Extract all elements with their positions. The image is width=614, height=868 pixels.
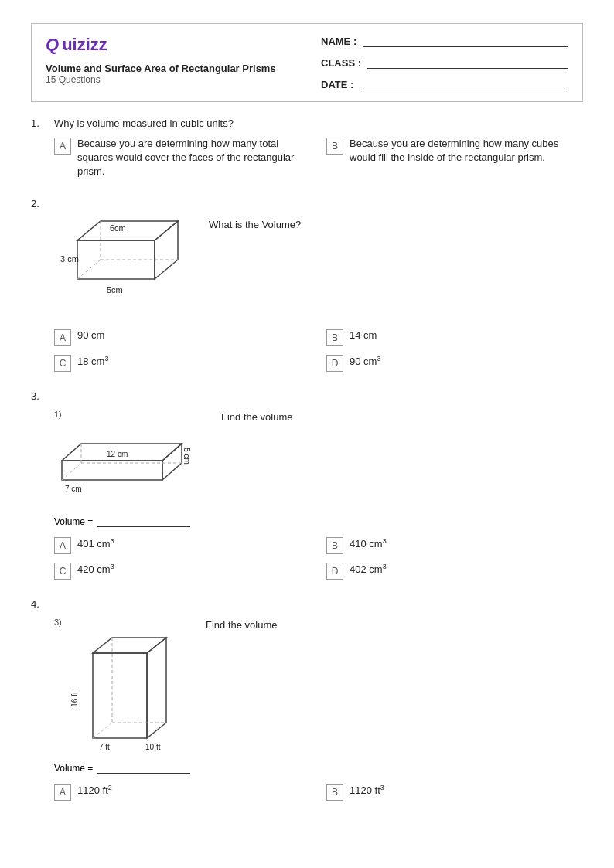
svg-text:5 cm: 5 cm [182,448,191,465]
q4-option-a: A 1120 ft2 [54,783,311,801]
q2-option-d: D 90 cm3 [326,354,583,372]
q4-instruction: Find the volume [206,618,278,631]
q3-label-b: B [326,537,343,554]
q4-image-area: 3) 16 ft 7 ft 10 ft [54,618,193,774]
q3-text-c: 420 cm3 [77,562,114,577]
svg-text:16 ft: 16 ft [70,692,79,707]
svg-text:7 cm: 7 cm [65,485,82,493]
svg-text:3 cm: 3 cm [60,254,79,264]
date-line [360,78,568,90]
q2-number: 2. [31,198,46,209]
question-2: 2. 6cm 3 cm 5c [31,198,583,372]
date-field-row: DATE : [321,78,568,90]
q2-text-d: 90 cm3 [350,354,380,369]
logo: Quizizz [46,35,276,55]
svg-text:6cm: 6cm [110,223,126,233]
q4-number: 4. [31,598,46,610]
svg-line-21 [93,723,112,738]
q3-text-b: 410 cm3 [350,536,387,552]
question-1: 1. Why is volume measured in cubic units… [31,117,583,179]
q3-option-a: A 401 cm3 [54,536,311,554]
q4-instruction-text: Find the volume [206,619,278,631]
q2-label-d: D [326,355,343,372]
q2-option-c: C 18 cm3 [54,354,311,372]
q2-text-b: 14 cm [350,328,377,342]
question-3: 3. 1) 12 cm 7 cm [31,390,583,580]
svg-marker-18 [93,653,147,738]
q3-instruction-text: Find the volume [221,411,293,423]
q3-header: 3. [31,390,583,402]
q3-label-d: D [326,563,343,580]
q3-label-c: C [54,563,71,580]
name-line [363,35,568,47]
q3-label-a: A [54,537,71,554]
svg-marker-19 [93,638,166,653]
q2-prism: 6cm 3 cm 5cm [54,217,193,321]
q3-option-b: B 410 cm3 [326,536,583,554]
q2-content: 6cm 3 cm 5cm What is the Volume? [54,217,583,321]
q4-text-a: 1120 ft2 [77,783,112,798]
q3-options: A 401 cm3 B 410 cm3 C 420 cm3 D 402 cm3 [54,536,583,580]
q2-header: 2. [31,198,583,209]
q4-label-b: B [326,784,343,801]
q1-label-b: B [326,138,343,155]
q3-image-area: 1) 12 cm 7 cm 5 cm [54,410,209,527]
worksheet-page: Quizizz Volume and Surface Area of Recta… [0,0,614,868]
logo-icon: Q [46,35,59,55]
q4-text-b: 1120 ft3 [350,783,384,798]
svg-text:5cm: 5cm [107,285,123,294]
q4-prism-svg: 16 ft 7 ft 10 ft [54,630,178,754]
svg-marker-0 [77,240,155,279]
date-label: DATE : [321,79,353,90]
logo-text: uizizz [62,35,107,55]
q3-number: 3. [31,390,46,402]
svg-line-3 [77,260,101,279]
class-field-row: CLASS : [321,56,568,69]
q3-option-c: C 420 cm3 [54,562,311,580]
header-box: Quizizz Volume and Surface Area of Recta… [31,23,583,102]
q3-sub-number: 1) [54,410,209,419]
svg-line-12 [62,463,81,480]
q4-options: A 1120 ft2 B 1120 ft3 [54,783,583,801]
q2-label-a: A [54,329,71,346]
q2-options: A 90 cm B 14 cm C 18 cm3 D 90 cm3 [54,328,583,372]
q4-option-b: B 1120 ft3 [326,783,583,801]
svg-text:12 cm: 12 cm [107,450,128,458]
q1-text-a: Because you are determining how many tot… [77,137,311,179]
q4-label-a: A [54,784,71,801]
q2-instruction-text: What is the Volume? [209,219,301,230]
q1-text-b: Because you are determining how many cub… [350,137,583,165]
q4-header: 4. [31,598,583,610]
q1-header: 1. Why is volume measured in cubic units… [31,117,583,129]
q1-text: Why is volume measured in cubic units? [54,117,234,129]
q2-option-a: A 90 cm [54,328,311,346]
q2-option-b: B 14 cm [326,328,583,346]
q3-text-d: 402 cm3 [350,562,387,577]
class-line [367,56,568,69]
svg-marker-9 [62,461,162,480]
q2-text-a: 90 cm [77,328,104,342]
q2-text-c: 18 cm3 [77,354,108,369]
q3-instruction: Find the volume [221,410,293,424]
class-label: CLASS : [321,57,361,69]
header-right: NAME : CLASS : DATE : [321,35,568,90]
q3-volume-label: Volume = [54,516,93,527]
q1-options: A Because you are determining how many t… [54,137,583,179]
svg-marker-11 [162,444,182,480]
q1-number: 1. [31,117,46,129]
header-left: Quizizz Volume and Surface Area of Recta… [46,35,276,85]
q3-content: 1) 12 cm 7 cm 5 cm [54,410,583,527]
q1-label-a: A [54,138,71,155]
svg-text:7 ft: 7 ft [99,743,110,751]
q4-sub-number: 3) [54,618,193,627]
name-field-row: NAME : [321,35,568,47]
q2-instruction: What is the Volume? [209,217,301,231]
q4-volume-label: Volume = [54,763,93,774]
svg-marker-2 [155,221,178,279]
svg-text:10 ft: 10 ft [145,743,161,751]
q4-content: 3) 16 ft 7 ft 10 ft [54,618,583,774]
q3-option-d: D 402 cm3 [326,562,583,580]
q2-label-b: B [326,329,343,346]
svg-marker-1 [77,221,178,240]
question-4: 4. 3) 16 ft 7 ft [31,598,583,801]
